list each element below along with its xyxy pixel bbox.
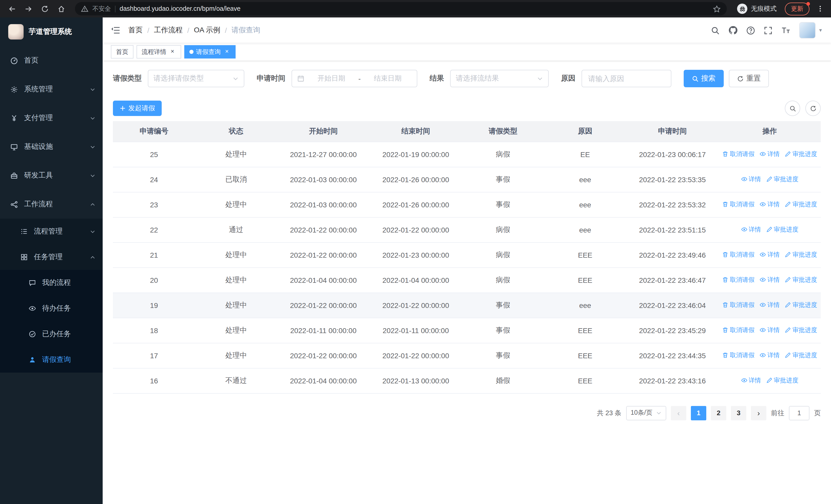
reload-icon[interactable] xyxy=(38,2,51,16)
reason-input[interactable] xyxy=(581,70,671,87)
chevron-down-icon xyxy=(656,410,662,416)
tab-leave-query[interactable]: 请假查询 × xyxy=(184,45,236,59)
approval-progress-link[interactable]: 审批进度 xyxy=(785,250,817,259)
close-icon[interactable]: × xyxy=(169,48,176,55)
sidebar-item-devtools[interactable]: 研发工具 xyxy=(0,161,103,190)
leave-type-select[interactable]: 请选择请假类型 xyxy=(148,70,244,87)
browser-menu-icon[interactable] xyxy=(814,5,826,12)
approval-progress-link[interactable]: 审批进度 xyxy=(785,301,817,309)
bookmark-star-icon[interactable] xyxy=(713,5,721,12)
sidebar-item-done-tasks[interactable]: 已办任务 xyxy=(0,321,103,347)
detail-link[interactable]: 详情 xyxy=(760,150,780,158)
sidebar-collapse-icon[interactable] xyxy=(111,26,120,35)
create-leave-button[interactable]: 发起请假 xyxy=(113,100,162,116)
cancel-leave-link[interactable]: 取消请假 xyxy=(722,250,754,259)
cancel-leave-link[interactable]: 取消请假 xyxy=(722,326,754,335)
goto-page-input[interactable] xyxy=(789,406,809,420)
approval-progress-link[interactable]: 审批进度 xyxy=(766,225,798,234)
approval-progress-link[interactable]: 审批进度 xyxy=(785,326,817,335)
header-search-icon[interactable] xyxy=(711,26,720,35)
apply-time: 2022-01-22 23:49:46 xyxy=(626,242,719,267)
sidebar-item-label: 首页 xyxy=(24,56,38,65)
table-row: 22通过2022-01-22 00:00:002022-01-22 00:00:… xyxy=(113,217,821,242)
next-page-button[interactable]: › xyxy=(751,406,766,420)
status-text: 处理中 xyxy=(195,318,277,343)
col-end-time: 结束时间 xyxy=(370,121,462,142)
apply-time: 2022-01-22 23:53:35 xyxy=(626,167,719,192)
detail-link[interactable]: 详情 xyxy=(741,225,761,234)
date-range-picker[interactable]: 开始日期 - 结束日期 xyxy=(291,70,417,87)
sidebar-item-home[interactable]: 首页 xyxy=(0,46,103,75)
approval-progress-link[interactable]: 审批进度 xyxy=(766,175,798,184)
cancel-leave-link[interactable]: 取消请假 xyxy=(722,276,754,284)
col-reason: 原因 xyxy=(544,121,626,142)
detail-link[interactable]: 详情 xyxy=(760,250,780,259)
approval-progress-link[interactable]: 审批进度 xyxy=(785,150,817,158)
tab-process-detail[interactable]: 流程详情 × xyxy=(137,45,181,59)
help-icon[interactable] xyxy=(746,26,755,35)
home-icon[interactable] xyxy=(54,2,68,16)
start-time: 2022-01-22 00:00:00 xyxy=(277,343,370,368)
breadcrumb-workflow[interactable]: 工作流程 xyxy=(154,26,183,35)
security-label[interactable]: 不安全 xyxy=(92,4,111,13)
back-icon[interactable] xyxy=(5,2,19,16)
url-text[interactable]: dashboard.yudao.iocoder.cn/bpm/oa/leave xyxy=(120,5,240,12)
github-icon[interactable] xyxy=(728,26,738,35)
tab-home[interactable]: 首页 xyxy=(111,45,134,59)
cancel-leave-link[interactable]: 取消请假 xyxy=(722,150,754,158)
reset-button[interactable]: 重置 xyxy=(729,70,769,87)
trash-icon xyxy=(722,302,728,308)
update-button[interactable]: 更新 xyxy=(785,2,809,15)
approval-progress-link[interactable]: 审批进度 xyxy=(785,200,817,209)
workflow-icon xyxy=(10,200,18,208)
page-button-1[interactable]: 1 xyxy=(691,406,706,420)
edit-icon xyxy=(785,202,791,208)
detail-link[interactable]: 详情 xyxy=(741,175,761,184)
search-button[interactable]: 搜索 xyxy=(684,70,724,87)
fullscreen-icon[interactable] xyxy=(764,26,773,35)
row-actions: 详情审批进度 xyxy=(719,368,821,393)
tab-label: 流程详情 xyxy=(142,48,166,56)
sidebar-item-workflow[interactable]: 工作流程 xyxy=(0,190,103,219)
detail-link[interactable]: 详情 xyxy=(760,351,780,360)
result-label: 结果 xyxy=(430,74,444,83)
user-menu[interactable]: ▼ xyxy=(799,22,823,38)
sidebar-item-system[interactable]: 系统管理 xyxy=(0,75,103,104)
breadcrumb-oa-example[interactable]: OA 示例 xyxy=(194,26,221,35)
app-logo[interactable]: 芋道管理系统 xyxy=(0,18,103,46)
approval-progress-link[interactable]: 审批进度 xyxy=(785,276,817,284)
eye-icon xyxy=(741,176,747,182)
sidebar-item-todo-tasks[interactable]: 待办任务 xyxy=(0,296,103,321)
detail-link[interactable]: 详情 xyxy=(760,200,780,209)
sidebar-item-leave-query[interactable]: 请假查询 xyxy=(0,347,103,373)
page-button-3[interactable]: 3 xyxy=(731,406,746,420)
sidebar-item-payment[interactable]: 支付管理 xyxy=(0,104,103,132)
cancel-leave-link[interactable]: 取消请假 xyxy=(722,351,754,360)
result-select[interactable]: 请选择流结果 xyxy=(450,70,549,87)
page-size-select[interactable]: 10条/页 xyxy=(626,406,666,420)
sidebar-item-process-management[interactable]: 流程管理 xyxy=(0,219,103,244)
font-size-icon[interactable] xyxy=(781,26,791,35)
detail-link[interactable]: 详情 xyxy=(760,276,780,284)
cancel-leave-link[interactable]: 取消请假 xyxy=(722,301,754,309)
toggle-search-icon[interactable] xyxy=(785,100,800,116)
approval-progress-link[interactable]: 审批进度 xyxy=(785,351,817,360)
page-button-2[interactable]: 2 xyxy=(711,406,726,420)
sidebar-item-infrastructure[interactable]: 基础设施 xyxy=(0,132,103,161)
refresh-table-icon[interactable] xyxy=(805,100,821,116)
breadcrumb-home[interactable]: 首页 xyxy=(128,26,143,35)
forward-icon[interactable] xyxy=(22,2,35,16)
prev-page-button[interactable]: ‹ xyxy=(671,406,686,420)
yen-icon xyxy=(10,114,18,122)
url-bar[interactable]: 不安全 dashboard.yudao.iocoder.cn/bpm/oa/le… xyxy=(75,2,727,16)
detail-link[interactable]: 详情 xyxy=(760,301,780,309)
cancel-leave-link[interactable]: 取消请假 xyxy=(722,200,754,209)
col-status: 状态 xyxy=(195,121,277,142)
apply-id: 16 xyxy=(113,368,195,393)
sidebar-item-my-process[interactable]: 我的流程 xyxy=(0,270,103,296)
sidebar-item-task-management[interactable]: 任务管理 xyxy=(0,244,103,270)
detail-link[interactable]: 详情 xyxy=(741,376,761,385)
approval-progress-link[interactable]: 审批进度 xyxy=(766,376,798,385)
detail-link[interactable]: 详情 xyxy=(760,326,780,335)
close-icon[interactable]: × xyxy=(223,48,230,55)
